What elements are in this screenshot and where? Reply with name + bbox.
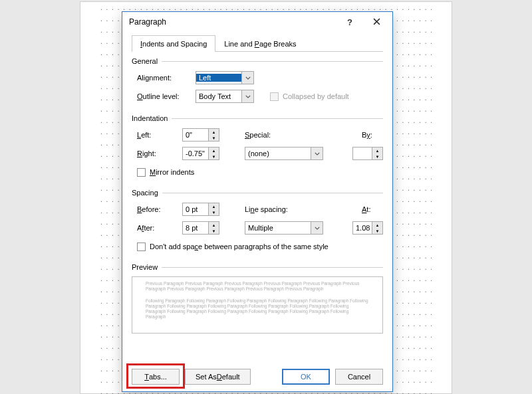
indent-right-label: Right: (137, 149, 178, 157)
section-general: General Alignment: Left Outline level: B… (132, 57, 383, 104)
indent-right-value: -0.75" (183, 149, 208, 157)
line-spacing-label: Line spacing: (245, 205, 306, 213)
alignment-value: Left (196, 74, 241, 82)
spacing-before-label: Before: (137, 205, 178, 213)
spin-down-icon[interactable]: ▼ (209, 209, 219, 215)
section-indentation: Indentation Left: 0" ▲▼ Special: By: Rig (132, 114, 383, 179)
spacing-after-label: After: (137, 224, 178, 232)
spacing-after-value: 8 pt (183, 224, 208, 232)
section-spacing-header: Spacing (132, 189, 158, 197)
set-as-default-button[interactable]: Set As Default (185, 369, 251, 385)
tabs-button[interactable]: Tabs... (132, 369, 180, 385)
outline-level-combo[interactable]: Body Text (196, 90, 254, 103)
preview-next-text: Following Paragraph Following Paragraph … (146, 298, 369, 320)
section-general-header: General (132, 57, 158, 65)
line-spacing-value: Multiple (245, 224, 311, 232)
spin-up-icon[interactable]: ▲ (372, 222, 382, 228)
special-value: (none) (245, 149, 311, 157)
outline-level-label: Outline level: (137, 92, 192, 100)
indent-by-spin[interactable]: ▲▼ (352, 147, 383, 160)
alignment-combo[interactable]: Left (196, 71, 254, 84)
close-button[interactable] (363, 13, 390, 31)
mirror-indents-checkbox[interactable] (137, 168, 146, 177)
chevron-down-icon (241, 72, 253, 84)
indent-left-value: 0" (183, 131, 208, 139)
preview-box: Previous Paragraph Previous Paragraph Pr… (132, 276, 383, 334)
collapsed-checkbox (270, 92, 279, 101)
alignment-label: Alignment: (137, 74, 192, 82)
chevron-down-icon (311, 222, 323, 234)
spacing-at-spin[interactable]: 1.08 ▲▼ (352, 221, 383, 235)
tab-indents-spacing[interactable]: Indents and Spacing (132, 35, 215, 52)
spacing-before-spin[interactable]: 0 pt ▲▼ (182, 203, 219, 216)
spin-up-icon[interactable]: ▲ (209, 129, 219, 135)
spin-down-icon[interactable]: ▼ (372, 153, 382, 159)
spin-down-icon[interactable]: ▼ (209, 228, 219, 234)
mirror-indents-label: Mirror indents (150, 168, 194, 176)
titlebar[interactable]: Paragraph ? (122, 12, 392, 32)
spacing-before-value: 0 pt (183, 205, 208, 213)
indent-right-spin[interactable]: -0.75" ▲▼ (182, 147, 219, 160)
collapsed-label: Collapsed by default (283, 92, 349, 100)
spacing-after-spin[interactable]: 8 pt ▲▼ (182, 221, 219, 235)
spacing-at-label: At: (362, 205, 383, 213)
paragraph-dialog: Paragraph ? Indents and Spacing Line and… (122, 11, 393, 392)
spin-up-icon[interactable]: ▲ (209, 203, 219, 209)
special-combo[interactable]: (none) (245, 147, 323, 160)
chevron-down-icon (311, 148, 323, 159)
spin-up-icon[interactable]: ▲ (209, 222, 219, 228)
line-spacing-combo[interactable]: Multiple (245, 221, 323, 235)
indent-by-label: By: (362, 131, 383, 139)
spin-up-icon[interactable]: ▲ (209, 148, 219, 153)
preview-prev-text: Previous Paragraph Previous Paragraph Pr… (146, 281, 369, 292)
spacing-at-value: 1.08 (353, 224, 372, 232)
spin-down-icon[interactable]: ▼ (372, 228, 382, 234)
ok-button[interactable]: OK (282, 369, 330, 385)
section-preview: Preview Previous Paragraph Previous Para… (132, 263, 383, 334)
dont-add-space-checkbox[interactable] (137, 243, 146, 251)
dialog-title: Paragraph (129, 17, 336, 27)
chevron-down-icon (241, 90, 253, 102)
tab-line-page-breaks[interactable]: Line and Page Breaks (215, 35, 305, 52)
spin-down-icon[interactable]: ▼ (209, 153, 219, 159)
help-button[interactable]: ? (336, 13, 363, 31)
dialog-actions: Tabs... Set As Default OK Cancel (132, 369, 383, 385)
close-icon (373, 17, 380, 27)
outline-level-value: Body Text (196, 92, 241, 100)
indent-left-spin[interactable]: 0" ▲▼ (182, 128, 219, 142)
section-spacing: Spacing Before: 0 pt ▲▼ Line spacing: At… (132, 189, 383, 254)
special-label: Special: (245, 131, 306, 139)
cancel-button[interactable]: Cancel (335, 369, 383, 385)
section-preview-header: Preview (132, 263, 158, 271)
spin-down-icon[interactable]: ▼ (209, 135, 219, 141)
section-indentation-header: Indentation (132, 114, 168, 122)
spin-up-icon[interactable]: ▲ (372, 148, 382, 153)
indent-left-label: Left: (137, 131, 178, 139)
dont-add-space-label: Don't add space between paragraphs of th… (150, 243, 329, 250)
tab-strip: Indents and Spacing Line and Page Breaks (132, 35, 383, 52)
